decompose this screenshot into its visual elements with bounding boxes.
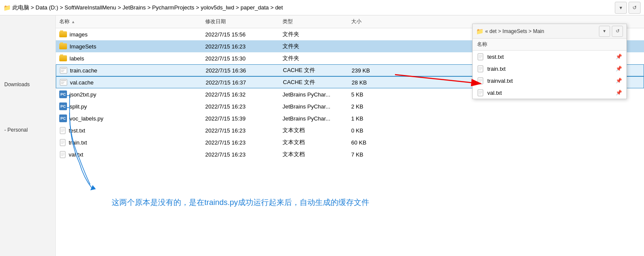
pin-icon[interactable]: 📌 [616,78,622,84]
table-row[interactable]: train.txt 2022/7/15 16:23 文本文档 60 KB [56,136,644,148]
file-modified-cell: 2022/7/15 16:23 [202,139,279,147]
popup-folder-icon: 📁 [476,28,483,35]
sidebar-downloads-label: Downloads [4,81,30,87]
txt-icon [59,151,66,158]
popup-titlebar: 📁 « det > ImageSets > Main ▾ ↺ [473,24,626,39]
svg-rect-6 [61,82,64,83]
file-modified-cell: 2022/7/15 15:39 [202,114,279,123]
list-item[interactable]: test.txt 📌 [473,51,626,63]
svg-rect-5 [61,80,66,81]
txt-icon [477,89,484,96]
file-size-cell: 0 KB [348,126,391,135]
pin-icon[interactable]: 📌 [616,54,622,60]
folder-icon [59,31,67,37]
col-type[interactable]: 类型 [279,17,348,26]
svg-rect-7 [61,83,64,84]
file-modified-cell: 2022/7/15 16:23 [202,126,279,135]
file-name-cell: PC voc_labels.py [56,114,202,123]
pin-icon[interactable]: 📌 [616,66,622,72]
file-name-cell: val.txt [56,150,202,159]
chevron-down-button[interactable]: ▾ [615,2,627,14]
file-type-cell: 文件夹 [279,30,348,39]
popup-file-name: test.txt [487,54,612,60]
cache-icon [60,66,67,74]
file-size-cell: 60 KB [348,139,391,147]
file-size-cell [348,33,391,35]
popup-refresh-button[interactable]: ↺ [612,26,623,37]
table-row[interactable]: PC split.py 2022/7/15 16:23 JetBrains Py… [56,100,644,112]
txt-icon [477,65,484,72]
file-name-cell: ImageSets [56,42,202,51]
svg-rect-2 [61,70,64,71]
file-name-cell: PC json2txt.py [56,90,202,99]
file-type-cell: 文本文档 [279,138,348,147]
popup-file-list: test.txt 📌 train.txt 📌 trainval.txt 📌 va… [473,51,626,99]
popup-file-name: train.txt [487,66,612,72]
file-modified-cell: 2022/7/15 16:37 [202,78,279,87]
table-row[interactable]: PC voc_labels.py 2022/7/15 15:39 JetBrai… [56,112,644,124]
file-modified-cell: 2022/7/15 15:56 [202,30,279,39]
file-name-cell: train.cache [56,66,202,75]
file-type-cell: JetBrains PyChar... [279,90,348,99]
file-name-cell: train.txt [56,138,202,147]
txt-icon [477,53,484,60]
py-icon: PC [59,114,67,122]
svg-rect-3 [61,71,64,72]
file-size-cell: 7 KB [348,151,391,159]
file-size-cell [348,57,391,59]
folder-icon [59,43,67,49]
txt-icon [477,77,484,84]
refresh-button[interactable]: ↺ [629,2,641,14]
popup-breadcrumb: « det > ImageSets > Main [485,28,597,34]
list-item[interactable]: trainval.txt 📌 [473,75,626,87]
file-type-cell: 文本文档 [279,150,348,159]
folder-icon: 📁 [3,4,11,11]
address-bar[interactable]: 📁 此电脑 > Data (D:) > SoftWareInstallMenu … [0,0,644,15]
sidebar-item-personal[interactable]: - Personal [0,125,55,135]
sidebar: Downloads - Personal [0,15,56,256]
file-modified-cell: 2022/7/15 16:23 [202,102,279,111]
breadcrumb-text: 此电脑 > Data (D:) > SoftWareInstallMenu > … [12,4,613,12]
file-size-cell: 1 KB [348,114,391,123]
file-type-cell: CACHE 文件 [279,78,348,87]
txt-icon [59,139,66,146]
file-modified-cell: 2022/7/15 15:30 [202,54,279,63]
file-modified-cell: 2022/7/15 16:32 [202,90,279,99]
col-name[interactable]: 名称 ▲ [56,17,202,26]
py-icon: PC [59,90,67,98]
file-name-cell: PC split.py [56,102,202,111]
file-size-cell: 239 KB [348,66,391,75]
annotation-section: 这两个原本是没有的，是在trainds.py成功运行起来后，自动生成的缓存文件 [56,160,644,216]
file-type-cell: JetBrains PyChar... [279,102,348,111]
popup-chevron-button[interactable]: ▾ [599,26,610,37]
sidebar-item-downloads[interactable]: Downloads [0,80,55,89]
popup-window: 📁 « det > ImageSets > Main ▾ ↺ 名称 test.t… [472,24,627,99]
file-name-cell: val.cache [56,78,202,87]
table-row[interactable]: val.txt 2022/7/15 16:23 文本文档 7 KB [56,148,644,160]
col-size[interactable]: 大小 [348,17,391,26]
popup-col-name: 名称 [473,40,626,49]
file-type-cell: 文本文档 [279,126,348,135]
file-modified-cell: 2022/7/15 16:23 [202,151,279,159]
sidebar-personal-label: - Personal [4,127,28,133]
popup-file-name: val.txt [487,90,612,96]
file-modified-cell: 2022/7/15 16:36 [202,66,279,75]
pin-icon[interactable]: 📌 [616,90,622,96]
col-modified[interactable]: 修改日期 [202,17,279,26]
list-item[interactable]: train.txt 📌 [473,63,626,75]
folder-icon [59,55,67,61]
file-size-cell: 5 KB [348,90,391,99]
file-type-cell: JetBrains PyChar... [279,114,348,123]
popup-file-name: trainval.txt [487,78,612,84]
file-size-cell: 28 KB [348,78,391,87]
file-size-cell: 2 KB [348,102,391,111]
cache-icon [60,78,67,86]
py-icon: PC [59,102,67,110]
list-item[interactable]: val.txt 📌 [473,87,626,99]
file-name-cell: test.txt [56,126,202,135]
table-row[interactable]: test.txt 2022/7/15 16:23 文本文档 0 KB [56,124,644,136]
file-name-cell: labels [56,54,202,63]
file-modified-cell: 2022/7/15 16:23 [202,42,279,51]
file-type-cell: CACHE 文件 [279,66,348,75]
file-type-cell: 文件夹 [279,54,348,63]
